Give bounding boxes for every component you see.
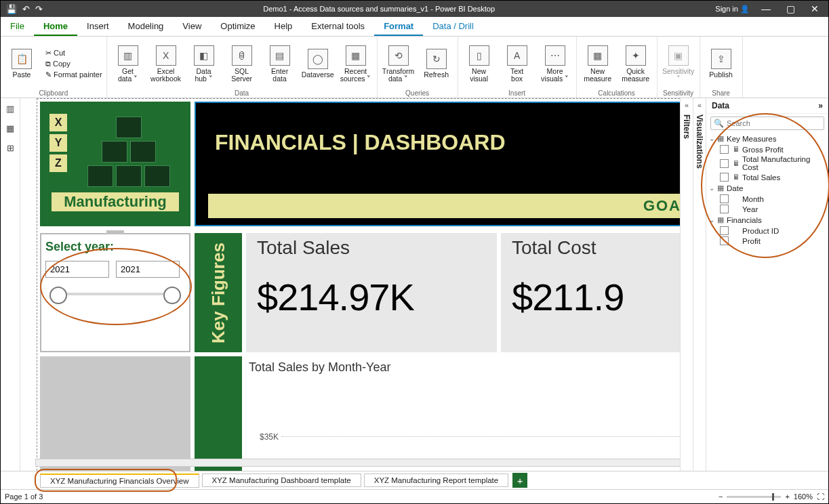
fit-page-icon[interactable]: ⛶ — [817, 492, 824, 501]
chart-gridline — [281, 436, 680, 438]
main-tabs: File Home Insert Modeling View Optimize … — [1, 17, 828, 37]
boxes-icon — [86, 115, 171, 188]
report-canvas[interactable]: X Y Z Manufacturing FINANCIALS | DASHBOA… — [37, 98, 680, 471]
page-tab-2[interactable]: XYZ Manufacturing Dashboard template — [202, 474, 361, 487]
undo-icon[interactable]: ↶ — [22, 4, 30, 14]
redo-icon[interactable]: ↷ — [35, 4, 43, 14]
total-cost-card[interactable]: Total Cost $211.9 — [501, 233, 680, 352]
publish-button[interactable]: ⇪Publish — [704, 49, 738, 79]
slicer-thumb-right[interactable] — [163, 287, 181, 304]
checkbox[interactable] — [720, 159, 729, 168]
year-slicer[interactable]: Select year: — [40, 233, 190, 352]
fields-search[interactable]: 🔍 — [710, 117, 824, 130]
refresh-button[interactable]: ↻Refresh — [420, 49, 453, 79]
slicer-track[interactable] — [51, 293, 180, 295]
minimize-button[interactable]: — — [758, 1, 774, 17]
dashboard-title: FINANCIALS | DASHBOARD — [215, 130, 680, 155]
model-view-icon[interactable]: ⊞ — [7, 143, 14, 153]
recent-sources-button[interactable]: ▦Recent sources ˅ — [339, 45, 373, 83]
quick-measure-button[interactable]: ✦Quick measure — [619, 45, 653, 83]
slicer-to-input[interactable] — [116, 261, 180, 278]
group-clipboard-label: Clipboard — [5, 89, 102, 98]
logo-card[interactable]: X Y Z Manufacturing — [40, 102, 190, 226]
zoom-out-button[interactable]: − — [719, 492, 723, 501]
add-page-button[interactable]: + — [512, 473, 527, 488]
slicer-from-input[interactable] — [45, 261, 109, 278]
expand-filters-icon[interactable]: « — [685, 98, 689, 112]
tab-help[interactable]: Help — [265, 17, 302, 36]
filters-pane-collapsed[interactable]: « Filters — [680, 98, 693, 471]
logo-manufacturing-label: Manufacturing — [50, 191, 180, 213]
tab-external-tools[interactable]: External tools — [302, 17, 374, 36]
new-measure-button[interactable]: ▦New measure — [581, 45, 615, 83]
key-figures-label: Key Figures — [195, 233, 242, 352]
checkbox[interactable] — [720, 205, 729, 213]
save-icon[interactable]: 💾 — [6, 4, 17, 14]
filters-label: Filters — [682, 112, 691, 139]
zoom-in-button[interactable]: + — [785, 492, 789, 501]
signin-button[interactable]: Sign in 👤 — [715, 5, 750, 14]
slicer-resize-handle[interactable] — [106, 230, 124, 234]
checkbox[interactable] — [720, 194, 729, 203]
tab-insert[interactable]: Insert — [77, 17, 119, 36]
checkbox[interactable] — [720, 236, 729, 245]
field-gross-profit[interactable]: 🖩Gross Profit — [706, 144, 828, 154]
tab-view[interactable]: View — [173, 17, 211, 36]
enter-data-button[interactable]: ▤Enter data — [263, 45, 297, 83]
visualizations-pane-collapsed[interactable]: « Visualizations — [693, 98, 706, 471]
transform-data-button[interactable]: ⟲Transform data ˅ — [382, 45, 416, 83]
page-tab-1[interactable]: XYZ Manufacturing Financials Overview — [40, 474, 199, 488]
tab-format[interactable]: Format — [374, 17, 423, 36]
sql-server-button[interactable]: 🛢SQL Server — [225, 45, 259, 83]
more-visuals-button[interactable]: ⋯More visuals ˅ — [538, 45, 572, 83]
tab-optimize[interactable]: Optimize — [211, 17, 264, 36]
sensitivity-button[interactable]: ▣Sensitivity ˅ — [662, 45, 695, 83]
total-sales-card[interactable]: Total Sales $214.97K — [246, 233, 497, 352]
format-painter-button[interactable]: ✎ Format painter — [45, 70, 102, 79]
field-month[interactable]: Month — [706, 194, 828, 204]
new-visual-button[interactable]: ▯New visual — [462, 45, 496, 83]
paste-button[interactable]: 📋Paste — [5, 49, 39, 79]
get-data-button[interactable]: ▥Get data ˅ — [111, 45, 145, 83]
sales-by-month-chart[interactable]: Total Sales by Month-Year $35K — [246, 356, 680, 471]
maximize-button[interactable]: ▢ — [782, 1, 798, 17]
field-profit[interactable]: Profit — [706, 236, 828, 246]
checkbox[interactable] — [720, 145, 729, 154]
dashboard-title-card[interactable]: FINANCIALS | DASHBOARD GOA — [195, 102, 680, 226]
text-box-button[interactable]: AText box — [500, 45, 534, 83]
horizontal-scrollbar[interactable] — [35, 459, 680, 467]
field-total-manufacturing-cost[interactable]: 🖩Total Manufacturing Cost — [706, 154, 828, 172]
chart-title: Total Sales by Month-Year — [246, 356, 680, 375]
status-bar: Page 1 of 3 − + 160% ⛶ — [1, 489, 828, 503]
tab-data-drill[interactable]: Data / Drill — [423, 17, 483, 36]
slicer-thumb-left[interactable] — [49, 287, 67, 304]
checkbox[interactable] — [720, 173, 729, 182]
table-date[interactable]: ⌄▦Date — [706, 182, 828, 194]
visualizations-label: Visualizations — [695, 112, 704, 169]
zoom-slider[interactable] — [727, 496, 781, 498]
field-year[interactable]: Year — [706, 204, 828, 214]
cut-button[interactable]: ✂ Cut — [45, 49, 102, 58]
group-sensitivity-label: Sensitivity — [662, 89, 695, 98]
table-key-measures[interactable]: ⌄▦Key Measures — [706, 133, 828, 144]
copy-button[interactable]: ⧉ Copy — [45, 60, 102, 68]
close-button[interactable]: ✕ — [807, 1, 823, 17]
tab-modeling[interactable]: Modeling — [119, 17, 174, 36]
chart-ytick: $35K — [260, 432, 279, 442]
collapse-data-icon[interactable]: » — [818, 101, 823, 110]
page-tab-3[interactable]: XYZ Manufacturing Report template — [364, 474, 508, 487]
expand-visualizations-icon[interactable]: « — [697, 98, 702, 112]
fields-search-input[interactable] — [727, 117, 824, 129]
field-total-sales[interactable]: 🖩Total Sales — [706, 172, 828, 182]
report-view-icon[interactable]: ▥ — [6, 104, 14, 114]
tab-home[interactable]: Home — [34, 17, 77, 36]
checkbox[interactable] — [720, 226, 729, 235]
group-share-label: Share — [704, 89, 738, 98]
dataverse-button[interactable]: ◯Dataverse — [301, 49, 335, 79]
excel-workbook-button[interactable]: XExcel workbook — [149, 45, 183, 83]
table-financials[interactable]: ⌄▦Financials — [706, 214, 828, 226]
data-hub-button[interactable]: ◧Data hub ˅ — [187, 45, 221, 83]
field-product-id[interactable]: Product ID — [706, 226, 828, 236]
table-view-icon[interactable]: ▦ — [6, 123, 14, 133]
tab-file[interactable]: File — [1, 17, 34, 36]
